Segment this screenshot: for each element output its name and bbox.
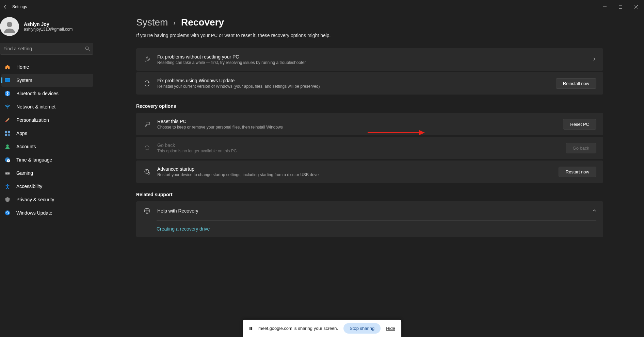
nav-label: Accessibility xyxy=(16,184,42,189)
breadcrumb-current: Recovery xyxy=(181,17,224,28)
sync-icon xyxy=(143,80,151,87)
arrow-left-icon xyxy=(3,4,8,9)
card-title: Fix problems without resetting your PC xyxy=(157,54,586,60)
nav-label: Time & language xyxy=(16,157,52,163)
shield-icon xyxy=(4,196,11,203)
brush-icon xyxy=(4,117,11,123)
main-content: System › Recovery If you're having probl… xyxy=(102,14,644,337)
svg-point-5 xyxy=(85,47,88,50)
search-input[interactable] xyxy=(3,46,85,51)
globe-clock-icon xyxy=(4,156,11,163)
svg-rect-1 xyxy=(619,5,622,9)
sidebar-item-gaming[interactable]: Gaming xyxy=(1,167,93,180)
card-advanced-startup: Advanced startup Restart your device to … xyxy=(136,161,603,183)
svg-rect-7 xyxy=(5,79,10,82)
reset-icon xyxy=(143,121,151,128)
breadcrumb: System › Recovery xyxy=(136,17,603,28)
back-button[interactable] xyxy=(3,4,8,10)
svg-point-20 xyxy=(6,173,7,174)
reset-pc-button[interactable]: Reset PC xyxy=(563,119,596,130)
svg-point-24 xyxy=(145,125,146,127)
nav-label: Windows Update xyxy=(16,210,52,216)
chevron-up-icon xyxy=(592,208,596,214)
sidebar-item-system[interactable]: System xyxy=(1,74,93,87)
sidebar-item-windows-update[interactable]: Windows Update xyxy=(1,206,93,219)
avatar xyxy=(0,17,19,36)
accessibility-icon xyxy=(4,183,11,190)
sidebar-item-bluetooth[interactable]: Bluetooth & devices xyxy=(1,87,93,100)
svg-point-23 xyxy=(5,210,10,215)
accounts-icon xyxy=(4,143,11,150)
svg-point-21 xyxy=(8,173,9,174)
maximize-icon xyxy=(619,5,622,9)
maximize-button[interactable] xyxy=(613,0,628,14)
sidebar-item-apps[interactable]: Apps xyxy=(1,127,93,140)
minimize-icon xyxy=(603,5,607,9)
titlebar-left: Settings xyxy=(3,4,27,10)
help-title: Help with Recovery xyxy=(157,208,586,214)
sidebar-item-time-language[interactable]: Time & language xyxy=(1,153,93,166)
close-icon xyxy=(634,5,638,9)
section-related-support: Related support xyxy=(136,192,603,197)
update-icon xyxy=(4,209,11,216)
profile-email: ashlynjoy1310@gmail.com xyxy=(24,27,73,32)
svg-point-27 xyxy=(148,172,150,174)
card-go-back: Go back This option is no longer availab… xyxy=(136,137,603,159)
sidebar-item-accounts[interactable]: Accounts xyxy=(1,140,93,153)
svg-rect-19 xyxy=(5,172,10,174)
search-box[interactable] xyxy=(0,43,93,54)
stop-sharing-button[interactable]: Stop sharing xyxy=(343,323,381,334)
chevron-right-icon: › xyxy=(173,19,176,27)
wrench-icon xyxy=(143,56,151,63)
nav-label: Network & internet xyxy=(16,104,55,109)
restart-now-button[interactable]: Restart now xyxy=(559,167,596,177)
svg-rect-13 xyxy=(8,131,10,133)
nav-label: Home xyxy=(16,64,29,70)
card-title: Reset this PC xyxy=(157,119,557,124)
hide-share-bar[interactable]: Hide xyxy=(386,326,395,331)
svg-point-11 xyxy=(5,121,7,122)
help-link-recovery-drive[interactable]: Creating a recovery drive xyxy=(157,220,596,237)
bluetooth-icon xyxy=(4,90,11,97)
sidebar-item-home[interactable]: Home xyxy=(1,61,93,73)
screen-share-bar: meet.google.com is sharing your screen. … xyxy=(243,320,401,337)
sidebar-item-personalization[interactable]: Personalization xyxy=(1,114,93,127)
help-header[interactable]: Help with Recovery xyxy=(136,201,603,220)
reinstall-now-button[interactable]: Reinstall now xyxy=(556,78,596,89)
home-icon xyxy=(4,64,11,70)
card-sub: Resetting can take a while — first, try … xyxy=(157,60,586,65)
nav-label: Accounts xyxy=(16,144,36,149)
system-icon xyxy=(4,77,11,84)
nav-label: Privacy & security xyxy=(16,197,54,202)
card-sub: This option is no longer available on th… xyxy=(157,149,560,153)
sidebar-item-accessibility[interactable]: Accessibility xyxy=(1,180,93,193)
svg-rect-34 xyxy=(251,327,252,330)
close-button[interactable] xyxy=(628,0,644,14)
svg-line-6 xyxy=(88,49,90,51)
svg-point-16 xyxy=(6,145,9,147)
svg-rect-14 xyxy=(5,134,7,136)
profile-block[interactable]: Ashlyn Joy ashlynjoy1310@gmail.com xyxy=(0,17,102,43)
sidebar-item-network[interactable]: Network & internet xyxy=(1,100,93,113)
card-fix-windows-update: Fix problems using Windows Update Reinst… xyxy=(136,72,603,95)
card-sub: Reinstall your current version of Window… xyxy=(157,84,550,89)
svg-point-4 xyxy=(7,22,12,27)
card-help-recovery: Help with Recovery Creating a recovery d… xyxy=(136,201,603,237)
card-fix-without-reset[interactable]: Fix problems without resetting your PC R… xyxy=(136,48,603,71)
card-sub: Restart your device to change startup se… xyxy=(157,172,552,177)
breadcrumb-parent[interactable]: System xyxy=(136,17,168,28)
sidebar-item-privacy[interactable]: Privacy & security xyxy=(1,193,93,206)
minimize-button[interactable] xyxy=(597,0,613,14)
section-recovery-options: Recovery options xyxy=(136,103,603,109)
pause-icon[interactable] xyxy=(249,326,253,331)
card-title: Advanced startup xyxy=(157,166,552,172)
search-icon xyxy=(85,46,90,51)
svg-rect-33 xyxy=(249,327,251,330)
card-sub: Choose to keep or remove your personal f… xyxy=(157,125,557,130)
nav: Home System Bluetooth & devices Network … xyxy=(0,61,102,219)
nav-label: System xyxy=(16,78,32,83)
nav-label: Personalization xyxy=(16,117,49,123)
svg-rect-15 xyxy=(8,134,10,136)
history-icon xyxy=(143,145,151,151)
share-text: meet.google.com is sharing your screen. xyxy=(258,326,338,331)
